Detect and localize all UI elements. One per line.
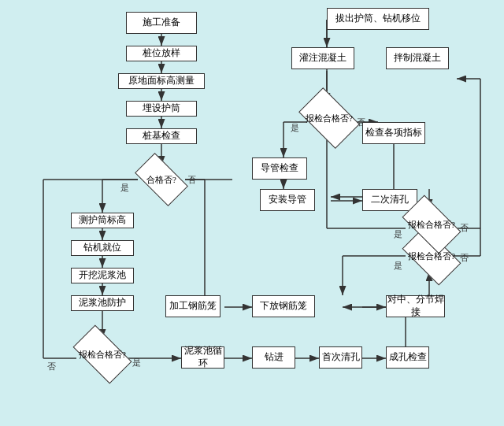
box-kaituo: 开挖泥浆池 bbox=[71, 268, 134, 283]
diamond-hege-jicha: 报检合格否? bbox=[303, 101, 355, 135]
label-banrui: 拌制混凝土 bbox=[394, 52, 441, 65]
label-jiaogong: 加工钢筋笼 bbox=[169, 300, 217, 313]
box-cebiao: 测护筒标高 bbox=[71, 213, 134, 228]
yes-label-hege3: 是 bbox=[394, 260, 402, 272]
flowchart: 施工准备 桩位放样 原地面标高测量 埋设护筒 桩基检查 合格否? 是 否 测护筒… bbox=[0, 0, 504, 426]
label-jicha: 报检合格否? bbox=[306, 113, 353, 124]
box-xiagang-gangloulong: 下放钢筋笼 bbox=[252, 295, 315, 317]
label-hege2: 报检合格否? bbox=[408, 219, 455, 231]
label-zuanji-jiuwei: 钻机就位 bbox=[83, 242, 121, 254]
label-nijiang: 泥浆池防护 bbox=[79, 297, 126, 309]
box-nijiang-xunhuan: 泥浆池循环 bbox=[181, 346, 224, 369]
label-shoujiqingkong: 首次清孔 bbox=[322, 351, 360, 364]
label-shigong: 施工准备 bbox=[143, 17, 180, 29]
label-duizhong: 对中、分节焊接 bbox=[387, 294, 444, 318]
yes-label-hege2: 是 bbox=[394, 228, 402, 240]
box-banrui: 拌制混凝土 bbox=[386, 47, 449, 69]
label-zuanjin: 钻进 bbox=[265, 351, 284, 364]
box-nijiang-fanghu: 泥浆池防护 bbox=[71, 295, 134, 311]
label-anzhuang: 安装导管 bbox=[269, 194, 306, 206]
label-xiagang: 下放钢筋笼 bbox=[260, 300, 307, 313]
yes-label-hege4: 是 bbox=[132, 357, 141, 369]
box-celiangbiaogao: 原地面标高测量 bbox=[118, 73, 205, 89]
box-anzhuang-daoguan: 安装导管 bbox=[260, 189, 315, 211]
box-jicha-gexiang: 检查各项指标 bbox=[362, 122, 425, 144]
box-zhuanji-jicha: 桩基检查 bbox=[126, 128, 197, 144]
label-cebiao: 测护筒标高 bbox=[79, 214, 126, 227]
box-zhuiwei-fanyang: 桩位放样 bbox=[126, 46, 197, 61]
label-hege1: 合格否? bbox=[146, 174, 176, 186]
box-erci-qingkong: 二次清孔 bbox=[362, 189, 417, 211]
box-shoujiqingkong: 首次清孔 bbox=[319, 346, 362, 369]
diamond-hege2: 报检合格否? bbox=[406, 209, 458, 240]
no-label-hege4: 否 bbox=[47, 361, 56, 372]
label-guanzhu: 灌注混凝土 bbox=[299, 52, 346, 65]
label-chengjian: 成孔检查 bbox=[389, 351, 427, 364]
yes-label-jicha: 是 bbox=[291, 122, 299, 134]
label-jicha-gexiang: 检查各项指标 bbox=[365, 127, 422, 139]
box-shigong-zhunbei: 施工准备 bbox=[126, 12, 197, 34]
label-celiangbiaogao: 原地面标高测量 bbox=[128, 75, 195, 87]
label-maihu: 埋设护筒 bbox=[143, 102, 180, 115]
no-label-hege3: 否 bbox=[460, 252, 469, 264]
yes-label-hege1: 是 bbox=[120, 182, 129, 194]
box-jiaogong-gangloulong: 加工钢筋笼 bbox=[165, 295, 220, 317]
label-zhuanji: 桩基检查 bbox=[143, 130, 180, 143]
no-label-hege1: 否 bbox=[187, 174, 196, 186]
label-daoguan-jicha: 导管检查 bbox=[261, 162, 298, 175]
label-baochu: 拔出护筒、钻机移位 bbox=[335, 13, 421, 25]
no-label-hege2: 否 bbox=[460, 222, 469, 234]
label-zhuiwei: 桩位放样 bbox=[143, 47, 180, 60]
box-zuanjin: 钻进 bbox=[252, 346, 295, 369]
label-erci: 二次清孔 bbox=[371, 194, 409, 206]
box-zuanji-jiuwei: 钻机就位 bbox=[71, 240, 134, 256]
label-xunhuan: 泥浆池循环 bbox=[182, 345, 224, 369]
diamond-hege4: 报检合格否? bbox=[76, 339, 128, 370]
diamond-hege1: 合格否? bbox=[138, 165, 185, 194]
box-maihu-hujian: 埋设护筒 bbox=[126, 101, 197, 117]
label-hege4: 报检合格否? bbox=[79, 349, 126, 361]
box-daoguan-jicha: 导管检查 bbox=[252, 157, 307, 180]
box-baochu-hujian: 拔出护筒、钻机移位 bbox=[327, 8, 429, 30]
label-hege3: 报检合格否? bbox=[408, 250, 455, 262]
box-chengjian-jicha: 成孔检查 bbox=[386, 346, 429, 369]
box-guanzhu: 灌注混凝土 bbox=[291, 47, 354, 69]
box-duizhong: 对中、分节焊接 bbox=[386, 295, 445, 317]
label-kaituo: 开挖泥浆池 bbox=[79, 269, 126, 282]
